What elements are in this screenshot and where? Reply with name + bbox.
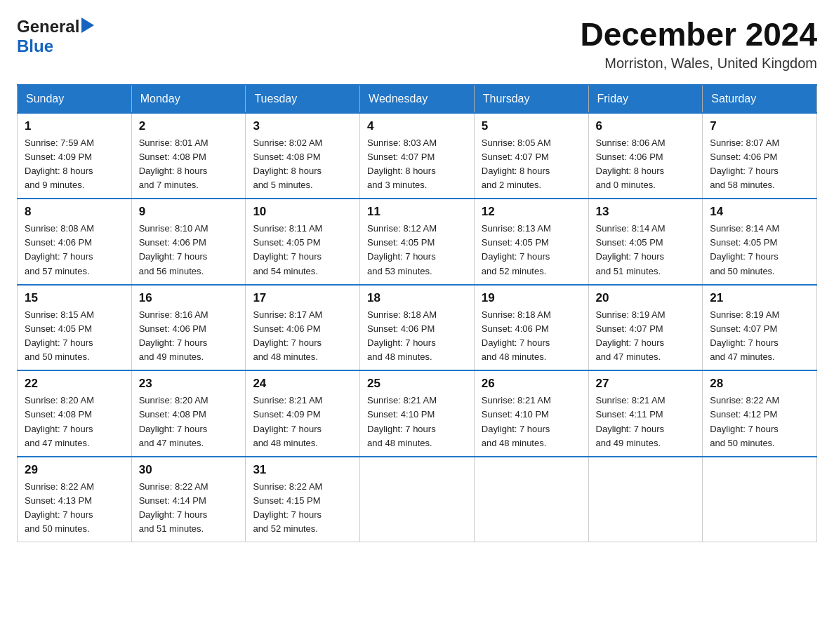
day-number: 12 bbox=[482, 205, 581, 219]
day-info: Sunrise: 8:05 AMSunset: 4:07 PMDaylight:… bbox=[482, 136, 581, 193]
location-text: Morriston, Wales, United Kingdom bbox=[580, 55, 817, 72]
day-number: 21 bbox=[710, 291, 809, 305]
day-number: 8 bbox=[25, 205, 124, 219]
svg-marker-0 bbox=[81, 18, 94, 33]
calendar-day-cell: 11Sunrise: 8:12 AMSunset: 4:05 PMDayligh… bbox=[360, 199, 475, 285]
day-number: 15 bbox=[25, 291, 124, 305]
logo: General Blue bbox=[17, 17, 94, 56]
calendar-week-row: 15Sunrise: 8:15 AMSunset: 4:05 PMDayligh… bbox=[18, 285, 817, 371]
calendar-day-cell: 29Sunrise: 8:22 AMSunset: 4:13 PMDayligh… bbox=[18, 457, 132, 542]
calendar-day-cell: 28Sunrise: 8:22 AMSunset: 4:12 PMDayligh… bbox=[703, 370, 817, 457]
day-number: 13 bbox=[596, 205, 696, 219]
day-number: 7 bbox=[710, 119, 809, 133]
calendar-day-cell: 1Sunrise: 7:59 AMSunset: 4:09 PMDaylight… bbox=[18, 113, 132, 199]
day-info: Sunrise: 8:10 AMSunset: 4:06 PMDaylight:… bbox=[139, 222, 239, 279]
day-number: 16 bbox=[139, 291, 239, 305]
calendar-day-cell bbox=[588, 457, 703, 542]
logo-blue-text: Blue bbox=[17, 36, 53, 55]
calendar-day-cell: 25Sunrise: 8:21 AMSunset: 4:10 PMDayligh… bbox=[360, 370, 475, 457]
calendar-day-cell: 26Sunrise: 8:21 AMSunset: 4:10 PMDayligh… bbox=[474, 370, 588, 457]
page-header: General Blue December 2024 Morriston, Wa… bbox=[17, 17, 817, 72]
day-info: Sunrise: 8:21 AMSunset: 4:10 PMDaylight:… bbox=[482, 394, 581, 450]
day-number: 31 bbox=[253, 463, 352, 477]
calendar-day-cell: 19Sunrise: 8:18 AMSunset: 4:06 PMDayligh… bbox=[474, 285, 588, 371]
day-number: 19 bbox=[482, 291, 581, 305]
calendar-header-thursday: Thursday bbox=[474, 85, 588, 113]
day-number: 22 bbox=[25, 377, 124, 391]
day-info: Sunrise: 8:18 AMSunset: 4:06 PMDaylight:… bbox=[482, 308, 581, 365]
calendar-day-cell bbox=[360, 457, 475, 542]
calendar-day-cell bbox=[474, 457, 588, 542]
calendar-day-cell: 4Sunrise: 8:03 AMSunset: 4:07 PMDaylight… bbox=[360, 113, 475, 199]
day-number: 27 bbox=[596, 377, 696, 391]
day-info: Sunrise: 8:22 AMSunset: 4:15 PMDaylight:… bbox=[253, 480, 352, 537]
calendar-week-row: 22Sunrise: 8:20 AMSunset: 4:08 PMDayligh… bbox=[18, 370, 817, 457]
day-info: Sunrise: 8:01 AMSunset: 4:08 PMDaylight:… bbox=[139, 136, 239, 193]
day-info: Sunrise: 8:20 AMSunset: 4:08 PMDaylight:… bbox=[25, 394, 124, 450]
day-info: Sunrise: 8:14 AMSunset: 4:05 PMDaylight:… bbox=[710, 222, 809, 279]
day-info: Sunrise: 8:08 AMSunset: 4:06 PMDaylight:… bbox=[25, 222, 124, 279]
calendar-day-cell: 12Sunrise: 8:13 AMSunset: 4:05 PMDayligh… bbox=[474, 199, 588, 285]
day-info: Sunrise: 8:21 AMSunset: 4:11 PMDaylight:… bbox=[596, 394, 696, 450]
day-number: 4 bbox=[367, 119, 467, 133]
day-info: Sunrise: 8:17 AMSunset: 4:06 PMDaylight:… bbox=[253, 308, 352, 365]
calendar-day-cell: 20Sunrise: 8:19 AMSunset: 4:07 PMDayligh… bbox=[588, 285, 703, 371]
calendar-day-cell: 8Sunrise: 8:08 AMSunset: 4:06 PMDaylight… bbox=[18, 199, 132, 285]
calendar-day-cell: 14Sunrise: 8:14 AMSunset: 4:05 PMDayligh… bbox=[703, 199, 817, 285]
day-info: Sunrise: 8:20 AMSunset: 4:08 PMDaylight:… bbox=[139, 394, 239, 450]
logo-general-text: General bbox=[17, 17, 79, 36]
calendar-day-cell: 5Sunrise: 8:05 AMSunset: 4:07 PMDaylight… bbox=[474, 113, 588, 199]
day-number: 17 bbox=[253, 291, 352, 305]
day-info: Sunrise: 8:19 AMSunset: 4:07 PMDaylight:… bbox=[596, 308, 696, 365]
logo-arrow-icon bbox=[81, 18, 94, 36]
calendar-day-cell: 6Sunrise: 8:06 AMSunset: 4:06 PMDaylight… bbox=[588, 113, 703, 199]
calendar-day-cell: 22Sunrise: 8:20 AMSunset: 4:08 PMDayligh… bbox=[18, 370, 132, 457]
calendar-week-row: 29Sunrise: 8:22 AMSunset: 4:13 PMDayligh… bbox=[18, 457, 817, 542]
calendar-day-cell: 18Sunrise: 8:18 AMSunset: 4:06 PMDayligh… bbox=[360, 285, 475, 371]
title-block: December 2024 Morriston, Wales, United K… bbox=[580, 17, 817, 72]
day-number: 9 bbox=[139, 205, 239, 219]
calendar-day-cell: 7Sunrise: 8:07 AMSunset: 4:06 PMDaylight… bbox=[703, 113, 817, 199]
day-number: 14 bbox=[710, 205, 809, 219]
day-number: 30 bbox=[139, 463, 239, 477]
day-info: Sunrise: 8:14 AMSunset: 4:05 PMDaylight:… bbox=[596, 222, 696, 279]
day-info: Sunrise: 8:21 AMSunset: 4:09 PMDaylight:… bbox=[253, 394, 352, 450]
calendar-day-cell: 9Sunrise: 8:10 AMSunset: 4:06 PMDaylight… bbox=[131, 199, 246, 285]
day-number: 26 bbox=[482, 377, 581, 391]
day-number: 10 bbox=[253, 205, 352, 219]
day-number: 20 bbox=[596, 291, 696, 305]
day-info: Sunrise: 8:12 AMSunset: 4:05 PMDaylight:… bbox=[367, 222, 467, 279]
calendar-day-cell: 21Sunrise: 8:19 AMSunset: 4:07 PMDayligh… bbox=[703, 285, 817, 371]
day-info: Sunrise: 8:02 AMSunset: 4:08 PMDaylight:… bbox=[253, 136, 352, 193]
calendar-day-cell: 27Sunrise: 8:21 AMSunset: 4:11 PMDayligh… bbox=[588, 370, 703, 457]
calendar-header-sunday: Sunday bbox=[18, 85, 132, 113]
day-number: 23 bbox=[139, 377, 239, 391]
day-number: 18 bbox=[367, 291, 467, 305]
calendar-day-cell: 15Sunrise: 8:15 AMSunset: 4:05 PMDayligh… bbox=[18, 285, 132, 371]
calendar-week-row: 1Sunrise: 7:59 AMSunset: 4:09 PMDaylight… bbox=[18, 113, 817, 199]
day-info: Sunrise: 8:07 AMSunset: 4:06 PMDaylight:… bbox=[710, 136, 809, 193]
calendar-header-friday: Friday bbox=[588, 85, 703, 113]
day-info: Sunrise: 8:19 AMSunset: 4:07 PMDaylight:… bbox=[710, 308, 809, 365]
calendar-day-cell: 30Sunrise: 8:22 AMSunset: 4:14 PMDayligh… bbox=[131, 457, 246, 542]
calendar-table: SundayMondayTuesdayWednesdayThursdayFrid… bbox=[17, 84, 817, 543]
calendar-day-cell: 16Sunrise: 8:16 AMSunset: 4:06 PMDayligh… bbox=[131, 285, 246, 371]
day-number: 11 bbox=[367, 205, 467, 219]
day-info: Sunrise: 8:06 AMSunset: 4:06 PMDaylight:… bbox=[596, 136, 696, 193]
day-number: 5 bbox=[482, 119, 581, 133]
calendar-day-cell: 17Sunrise: 8:17 AMSunset: 4:06 PMDayligh… bbox=[246, 285, 360, 371]
calendar-day-cell: 3Sunrise: 8:02 AMSunset: 4:08 PMDaylight… bbox=[246, 113, 360, 199]
day-info: Sunrise: 8:11 AMSunset: 4:05 PMDaylight:… bbox=[253, 222, 352, 279]
day-number: 6 bbox=[596, 119, 696, 133]
calendar-header-tuesday: Tuesday bbox=[246, 85, 360, 113]
calendar-header-wednesday: Wednesday bbox=[360, 85, 475, 113]
calendar-header-row: SundayMondayTuesdayWednesdayThursdayFrid… bbox=[18, 85, 817, 113]
day-info: Sunrise: 7:59 AMSunset: 4:09 PMDaylight:… bbox=[25, 136, 124, 193]
day-info: Sunrise: 8:21 AMSunset: 4:10 PMDaylight:… bbox=[367, 394, 467, 450]
day-number: 1 bbox=[25, 119, 124, 133]
day-info: Sunrise: 8:16 AMSunset: 4:06 PMDaylight:… bbox=[139, 308, 239, 365]
day-number: 2 bbox=[139, 119, 239, 133]
calendar-day-cell: 2Sunrise: 8:01 AMSunset: 4:08 PMDaylight… bbox=[131, 113, 246, 199]
calendar-day-cell: 10Sunrise: 8:11 AMSunset: 4:05 PMDayligh… bbox=[246, 199, 360, 285]
month-title: December 2024 bbox=[580, 17, 817, 53]
